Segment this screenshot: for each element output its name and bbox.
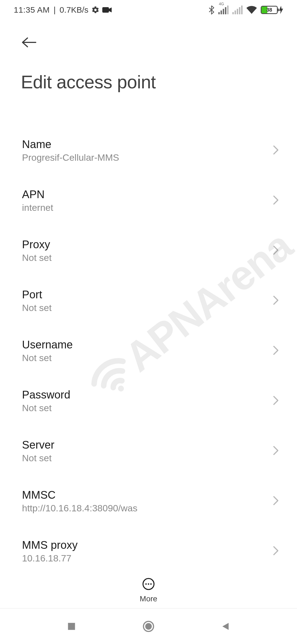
triangle-left-icon [221,621,230,632]
arrow-left-icon [21,37,37,48]
row-proxy[interactable]: Proxy Not set [0,226,297,276]
row-value: 10.16.18.77 [22,553,78,564]
chevron-right-icon [273,295,279,306]
row-value: Progresif-Cellular-MMS [22,152,119,163]
more-button[interactable]: More [140,577,157,603]
svg-rect-7 [68,623,75,630]
row-title: MMSC [22,489,138,501]
row-title: Username [22,339,73,351]
row-value: Not set [22,453,54,463]
chevron-right-icon [273,245,279,256]
row-title: Port [22,288,52,301]
svg-point-6 [150,583,152,585]
battery-indicator: 38 [261,6,283,14]
chevron-right-icon [273,496,279,507]
square-icon [67,622,76,631]
circle-icon [142,620,155,632]
header: Edit access point [0,20,297,92]
row-value: Not set [22,252,52,263]
row-apn[interactable]: APN internet [0,176,297,226]
row-mmsc[interactable]: MMSC http://10.16.18.4:38090/was [0,476,297,526]
bottom-action-bar: More [0,571,297,603]
back-nav-button[interactable] [217,618,234,635]
more-icon [142,577,155,592]
settings-list: Name Progresif-Cellular-MMS APN internet… [0,125,297,576]
signal-sim2 [232,6,243,14]
status-divider: | [54,5,56,15]
chevron-right-icon [273,395,279,406]
status-time: 11:35 AM [14,5,50,15]
row-mms-proxy[interactable]: MMS proxy 10.16.18.77 [0,526,297,576]
row-title: Proxy [22,238,52,251]
row-password[interactable]: Password Not set [0,376,297,426]
recents-button[interactable] [63,618,80,635]
row-title: MMS proxy [22,539,78,551]
signal-sim1: 4G [218,6,229,14]
row-value: http://10.16.18.4:38090/was [22,503,138,514]
signal-4g-label: 4G [219,2,224,6]
row-name[interactable]: Name Progresif-Cellular-MMS [0,125,297,176]
row-value: internet [22,202,53,213]
svg-point-4 [145,583,147,585]
home-button[interactable] [140,618,157,635]
battery-percent: 38 [262,7,277,13]
row-title: APN [22,188,53,201]
chevron-right-icon [273,145,279,156]
chevron-right-icon [273,446,279,457]
row-value: Not set [22,353,73,363]
gear-icon [91,6,100,14]
row-port[interactable]: Port Not set [0,276,297,326]
camera-icon [102,7,112,13]
system-navbar [0,608,297,644]
row-server[interactable]: Server Not set [0,426,297,476]
page-title: Edit access point [21,72,276,92]
chevron-right-icon [273,345,279,356]
more-label: More [140,594,157,603]
svg-rect-0 [102,7,109,13]
chevron-right-icon [273,546,279,557]
svg-point-9 [145,623,152,630]
wifi-icon [246,6,257,14]
status-bar: 11:35 AM | 0.7KB/s 4G [0,0,297,20]
row-title: Password [22,389,70,401]
row-value: Not set [22,302,52,313]
row-username[interactable]: Username Not set [0,326,297,376]
status-left: 11:35 AM | 0.7KB/s [14,5,112,15]
status-net-speed: 0.7KB/s [60,5,89,15]
bluetooth-icon [208,5,215,15]
row-title: Server [22,439,54,451]
svg-point-5 [148,583,149,585]
row-value: Not set [22,403,70,413]
status-right: 4G 38 [208,5,283,15]
charging-icon [279,6,283,14]
chevron-right-icon [273,195,279,206]
row-title: Name [22,138,119,151]
back-button[interactable] [21,34,37,51]
